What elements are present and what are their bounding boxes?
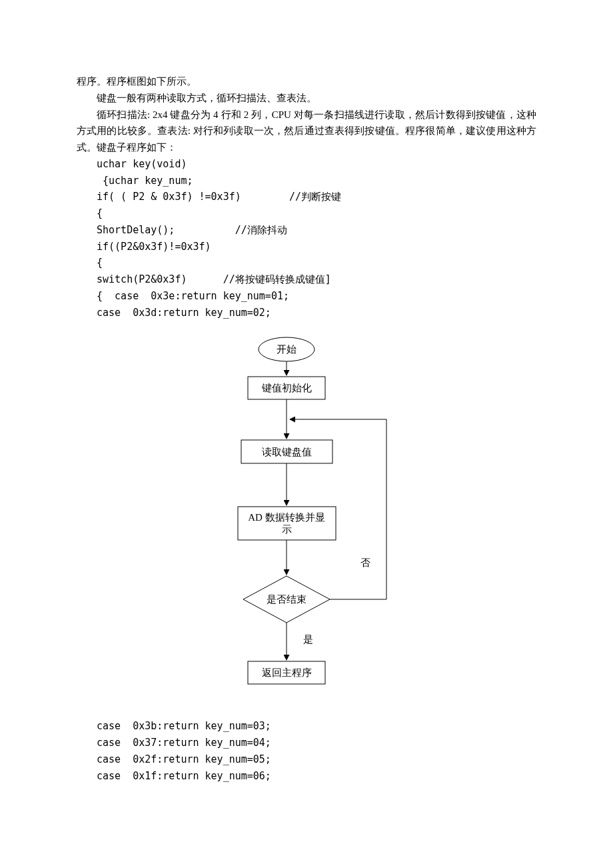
flow-decision: 是否结束 [267, 594, 306, 605]
flow-return: 返回主程序 [262, 667, 312, 678]
paragraph-2: 键盘一般有两种读取方式，循环扫描法、查表法。 [77, 90, 536, 107]
code-line: { case 0x3e:return key_num=01; [97, 290, 289, 302]
code-line: if((P2&0x3f)!=0x3f) [97, 241, 211, 253]
code-line: {uchar key_num; [97, 175, 193, 187]
paragraph-1: 程序。程序框图如下所示。 [77, 73, 536, 90]
code-line: uchar key(void) [97, 158, 187, 170]
flow-read: 读取键盘值 [262, 447, 312, 457]
code-line: ShortDelay(); //消除抖动 [97, 224, 287, 236]
code-line: { [97, 207, 103, 219]
paragraph-3: 循环扫描法: 2x4 键盘分为 4 行和 2 列，CPU 对每一条扫描线进行读取… [77, 107, 536, 156]
code-line: switch(P2&0x3f) //将按键码转换成键值] [97, 273, 331, 285]
code-line: case 0x3b:return key_num=03; [97, 720, 271, 732]
code-line: case 0x1f:return key_num=06; [97, 770, 271, 782]
code-block-bottom: case 0x3b:return key_num=03; case 0x37:r… [97, 718, 536, 784]
code-line: case 0x3d:return key_num=02; [97, 307, 271, 319]
flow-start: 开始 [277, 344, 297, 355]
code-line: { [97, 257, 103, 269]
code-line: if( ( P2 & 0x3f) !=0x3f) //判断按键 [97, 191, 341, 203]
flow-no-label: 否 [360, 557, 370, 568]
flow-init: 键值初始化 [261, 383, 312, 393]
code-line: case 0x2f:return key_num=05; [97, 753, 271, 765]
document-page: 程序。程序框图如下所示。 键盘一般有两种读取方式，循环扫描法、查表法。 循环扫描… [0, 0, 613, 824]
code-block-top: uchar key(void) {uchar key_num; if( ( P2… [97, 156, 536, 321]
code-line: case 0x37:return key_num=04; [97, 737, 271, 749]
flow-ad-line2: 示 [282, 524, 292, 535]
flow-yes-label: 是 [303, 634, 313, 645]
flowchart-diagram: 开始 键值初始化 读取键盘值 AD 数据转换并显 示 是否结束 否 是 [187, 333, 426, 706]
flow-ad-line1: AD 数据转换并显 [248, 512, 324, 523]
